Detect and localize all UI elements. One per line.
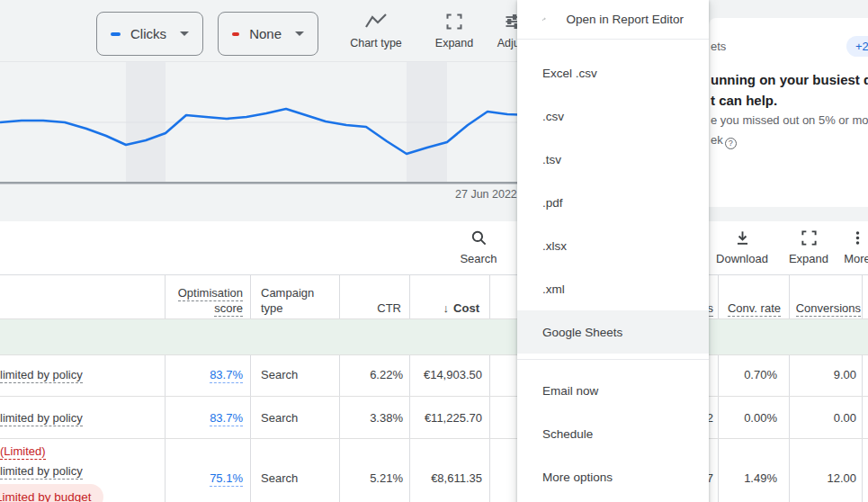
clicks-series-line bbox=[0, 109, 531, 154]
table-download-button[interactable]: Download bbox=[715, 229, 769, 265]
opt-score-link[interactable]: 83.7% bbox=[210, 368, 243, 383]
total-row bbox=[0, 319, 868, 354]
limited-by-budget-badge[interactable]: Limited by budget bbox=[0, 484, 103, 502]
conv-rate-cell: 1.49% bbox=[718, 471, 777, 485]
chart-type-icon bbox=[364, 13, 388, 31]
recommendation-body-line1: e you missed out on 5% or more bbox=[711, 113, 868, 127]
expand-icon bbox=[445, 13, 463, 31]
status-text: limited by policy bbox=[0, 368, 83, 383]
series2-selector[interactable]: None bbox=[218, 12, 318, 56]
status-text: limited by policy bbox=[0, 411, 83, 426]
download-icon bbox=[734, 229, 751, 247]
column-header-conversions[interactable]: Conversions bbox=[789, 300, 861, 316]
column-header-cost-sorted[interactable]: ↓Cost bbox=[409, 300, 479, 316]
opt-score-link[interactable]: 75.1% bbox=[210, 471, 243, 487]
row-divider bbox=[0, 396, 868, 397]
search-icon bbox=[470, 229, 488, 247]
row-divider bbox=[0, 438, 868, 439]
menu-item-label: Google Sheets bbox=[542, 326, 622, 339]
recommendation-body-line2: ek? bbox=[711, 133, 737, 149]
menu-item-open-in-report-editor[interactable]: Open in Report Editor bbox=[517, 0, 709, 39]
menu-item-label: .xlsx bbox=[542, 239, 567, 253]
open-in-report-editor-icon bbox=[542, 12, 546, 27]
menu-item-label: .xml bbox=[542, 282, 565, 296]
column-header-conv-rate[interactable]: Conv. rate bbox=[718, 300, 781, 316]
campaign-status-cell: limited by policy bbox=[0, 464, 83, 478]
header-label: Cost bbox=[453, 301, 479, 315]
column-header-optimisation-score[interactable]: Optimisation score bbox=[165, 285, 243, 316]
table-toolbar-divider bbox=[0, 274, 868, 275]
table-more-button[interactable]: More bbox=[830, 229, 868, 265]
menu-item-label: .pdf bbox=[542, 196, 563, 210]
none-series-dash bbox=[232, 32, 239, 36]
recommendation-body-fragment: ek bbox=[711, 133, 723, 147]
opt-score-link[interactable]: 83.7% bbox=[210, 411, 243, 426]
menu-item-csv[interactable]: .csv bbox=[517, 94, 709, 138]
menu-item-xlsx[interactable]: .xlsx bbox=[517, 224, 709, 267]
menu-item-more-options[interactable]: More options bbox=[517, 455, 709, 498]
menu-item-label: Schedule bbox=[542, 427, 593, 441]
x-axis-line bbox=[0, 182, 540, 184]
menu-format-section: Excel .csv .csv .tsv .pdf .xlsx .xml Goo… bbox=[517, 40, 709, 359]
column-divider bbox=[250, 274, 251, 502]
series1-label: Clicks bbox=[130, 26, 166, 41]
download-menu: Open in Report Editor Excel .csv .csv .t… bbox=[517, 0, 709, 502]
menu-item-pdf[interactable]: .pdf bbox=[517, 181, 709, 224]
cost-cell: €11,225.70 bbox=[410, 411, 482, 425]
series1-selector[interactable]: Clicks bbox=[96, 12, 203, 56]
menu-item-tsv[interactable]: .tsv bbox=[517, 138, 709, 181]
recommendation-header-fragment: ets bbox=[711, 40, 726, 53]
header-label: Optimisation bbox=[178, 286, 243, 301]
ctr-cell: 6.22% bbox=[339, 368, 403, 381]
chart-expand-button[interactable]: Expand bbox=[431, 13, 478, 49]
row-divider bbox=[0, 318, 868, 319]
expand-icon bbox=[801, 229, 818, 247]
chevron-down-icon bbox=[295, 31, 304, 36]
table-expand-button[interactable]: Expand bbox=[785, 229, 832, 265]
menu-item-schedule[interactable]: Schedule bbox=[517, 412, 709, 455]
campaign-type-cell: Search bbox=[261, 411, 298, 425]
menu-item-email-now[interactable]: Email now bbox=[517, 369, 709, 412]
column-divider bbox=[862, 274, 863, 502]
recommendation-card: ets +2 unning on your busiest day t can … bbox=[709, 18, 868, 207]
opt-score-cell[interactable]: 75.1% bbox=[165, 471, 243, 485]
campaign-status-limited: (Limited) bbox=[0, 444, 46, 458]
menu-item-xml[interactable]: .xml bbox=[517, 267, 709, 310]
table-search-label: Search bbox=[460, 252, 497, 265]
conversions-cell: 0.00 bbox=[789, 411, 856, 425]
header-label: score bbox=[214, 301, 243, 317]
status-text: (Limited) bbox=[0, 444, 46, 460]
chevron-down-icon bbox=[180, 31, 189, 36]
menu-item-label: Email now bbox=[542, 384, 598, 398]
table-expand-label: Expand bbox=[789, 252, 828, 265]
row-divider bbox=[0, 354, 868, 355]
menu-item-label: .csv bbox=[542, 110, 564, 123]
menu-item-excel-csv[interactable]: Excel .csv bbox=[517, 51, 709, 94]
more-vertical-icon bbox=[849, 229, 866, 247]
campaign-table-card: Search Download Expand More bbox=[0, 221, 868, 502]
recommendation-count-badge[interactable]: +2 bbox=[846, 36, 868, 57]
table-search-button[interactable]: Search bbox=[453, 229, 504, 265]
help-icon[interactable]: ? bbox=[725, 138, 737, 149]
menu-item-label: More options bbox=[542, 471, 613, 484]
campaign-type-cell: Search bbox=[261, 368, 298, 381]
column-header-campaign-type[interactable]: Campaign type bbox=[261, 285, 326, 316]
cost-cell: €8,611.35 bbox=[410, 471, 482, 485]
table-more-label: More bbox=[844, 252, 868, 265]
column-divider bbox=[489, 274, 490, 502]
campaign-status-cell: limited by policy bbox=[0, 411, 83, 425]
opt-score-cell[interactable]: 83.7% bbox=[165, 411, 243, 425]
menu-item-google-sheets[interactable]: Google Sheets bbox=[517, 310, 709, 354]
header-label: CTR bbox=[377, 301, 401, 315]
opt-score-cell[interactable]: 83.7% bbox=[165, 368, 243, 381]
header-label: Conversions bbox=[796, 301, 861, 317]
header-label: Campaign type bbox=[261, 286, 314, 315]
ctr-cell: 3.38% bbox=[339, 411, 403, 425]
campaign-type-cell: Search bbox=[261, 471, 298, 485]
recommendation-heading-line1: unning on your busiest day bbox=[711, 72, 868, 87]
chart-type-button[interactable]: Chart type bbox=[349, 13, 403, 49]
conversions-cell: 12.00 bbox=[789, 471, 856, 485]
recommendation-heading-line2: t can help. bbox=[711, 93, 777, 108]
menu-item-label: .tsv bbox=[542, 153, 561, 166]
column-header-ctr[interactable]: CTR bbox=[339, 300, 401, 316]
